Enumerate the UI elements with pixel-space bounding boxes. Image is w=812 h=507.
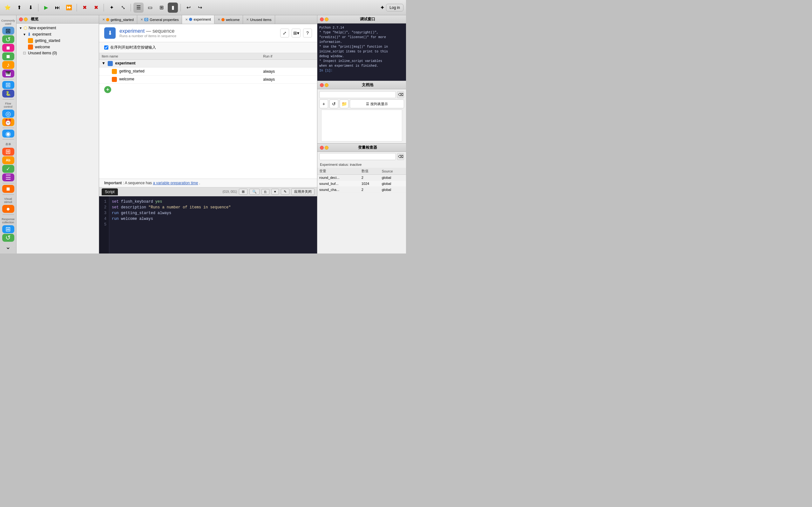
code-editor[interactable]: set flush_keyboard yes set description "… bbox=[109, 196, 317, 253]
script-view-btn[interactable]: ⊞ bbox=[239, 189, 247, 195]
sidebar-icon-resp2[interactable]: ↺ bbox=[2, 234, 14, 242]
doc-search-input[interactable] bbox=[319, 91, 396, 98]
sidebar-icon-grid2[interactable]: ⊞ bbox=[2, 81, 14, 89]
var-cell-value-1: 1024 bbox=[360, 181, 380, 187]
toolbar-btn-run[interactable]: ▶ bbox=[41, 3, 51, 13]
sidebar-icon-pink[interactable]: ■ bbox=[2, 44, 14, 52]
toolbar-btn-view2[interactable]: ▭ bbox=[145, 3, 155, 13]
sidebar-icon-flow2[interactable]: ⏰ bbox=[2, 118, 14, 126]
row-name-experiment: experiment bbox=[115, 61, 136, 65]
table-cell-getting-started-label[interactable]: getting_started bbox=[99, 68, 260, 75]
add-item-button[interactable]: + bbox=[104, 86, 111, 93]
tab-unused-items[interactable]: ✕ Unused items bbox=[243, 15, 275, 24]
sidebar-icon-orange[interactable]: ■ bbox=[2, 185, 14, 193]
tab-close-experiment[interactable]: ✕ bbox=[185, 18, 188, 21]
doc-close-yellow[interactable] bbox=[325, 83, 329, 87]
toolbar-btn-grid[interactable]: ⊞ bbox=[156, 3, 167, 13]
var-search-clear-btn[interactable]: ⌫ bbox=[397, 153, 404, 160]
seq-view-btn[interactable]: ⊞▾ bbox=[292, 29, 300, 38]
sidebar-icon-flow3[interactable]: ◉ bbox=[2, 130, 14, 137]
script-edit-btn[interactable]: ✎ bbox=[281, 189, 289, 195]
seq-fullscreen-btn[interactable]: ⤢ bbox=[280, 29, 289, 38]
tab-experiment[interactable]: ✕ experiment bbox=[182, 15, 214, 24]
tree-item-welcome[interactable]: welcome bbox=[18, 44, 98, 50]
sidebar-icon-table[interactable]: ⊞ bbox=[2, 27, 14, 35]
sidebar-icon-music[interactable]: ♪ bbox=[2, 61, 14, 69]
tabs-bar: ✕ getting_started ✕ 0 General properties… bbox=[99, 15, 317, 24]
toolbar-btn-view1[interactable]: ☰ bbox=[133, 3, 143, 13]
var-col-value: 数值 bbox=[360, 168, 380, 175]
tab-getting-started[interactable]: ✕ getting_started bbox=[99, 15, 137, 24]
toolbar-btn-undo[interactable]: ↩ bbox=[183, 3, 193, 13]
script-copy-btn[interactable]: ⎘ bbox=[262, 189, 270, 195]
overview-close-red[interactable] bbox=[19, 17, 23, 21]
sidebar-icon-check[interactable]: ✓ bbox=[2, 165, 14, 173]
table-cell-experiment-label[interactable]: ▼ experiment bbox=[99, 60, 260, 68]
doc-folder-btn[interactable]: 📁 bbox=[340, 100, 348, 108]
overview-panel: 概览 ▼ ⬡ New experiment ▼ ⬇ experiment get… bbox=[16, 15, 99, 253]
doc-list-label: 按列表显示 bbox=[370, 102, 388, 106]
doc-close-red[interactable] bbox=[320, 83, 324, 87]
sidebar-icon-vis1[interactable]: ● bbox=[2, 205, 14, 213]
toolbar-btn-star2[interactable]: ✦ bbox=[106, 3, 117, 13]
sidebar-icon-loop[interactable]: ↺ bbox=[2, 35, 14, 43]
seq-help-btn[interactable]: ? bbox=[303, 29, 312, 38]
table-cell-getting-started-runif[interactable]: always bbox=[260, 68, 317, 75]
script-dropdown-btn[interactable]: ▾ bbox=[271, 189, 279, 195]
script-apply-close-btn[interactable]: 应用并关闭 bbox=[291, 188, 314, 195]
tree-item-getting-started[interactable]: getting_started bbox=[18, 38, 98, 44]
toolbar-btn-terminal[interactable]: ▮ bbox=[168, 3, 178, 13]
toolbar-btn-redo[interactable]: ↪ bbox=[195, 3, 205, 13]
table-cell-welcome-runif[interactable]: always bbox=[260, 75, 317, 83]
sidebar-icon-flow1[interactable]: ◎ bbox=[2, 110, 14, 118]
toolbar-btn-minimize[interactable]: ⤡ bbox=[118, 3, 128, 13]
seq-title: experiment — sequence Runs a number of i… bbox=[119, 28, 280, 38]
table-cell-welcome-label[interactable]: welcome bbox=[99, 75, 260, 83]
sidebar-icon-resp1[interactable]: ⊞ bbox=[2, 225, 14, 233]
toolbar-btn-down[interactable]: ⬇ bbox=[25, 3, 36, 13]
login-button[interactable]: Log in bbox=[386, 4, 403, 11]
tab-close-welcome[interactable]: ✕ bbox=[218, 18, 220, 21]
tree-item-root[interactable]: ▼ ⬡ New experiment bbox=[18, 25, 98, 31]
debug-close-red[interactable] bbox=[320, 17, 324, 21]
tree-item-experiment[interactable]: ▼ ⬇ experiment bbox=[18, 31, 98, 38]
var-close-red[interactable] bbox=[320, 146, 324, 150]
tree-item-unused-items[interactable]: ⊡ Unused items (0) bbox=[18, 50, 98, 56]
var-close-yellow[interactable] bbox=[325, 146, 329, 150]
tab-close-unused[interactable]: ✕ bbox=[246, 18, 249, 21]
sidebar-icon-form2[interactable]: Ab bbox=[2, 156, 14, 164]
debug-version: Python 2.7.14 bbox=[319, 25, 404, 30]
overview-close-yellow[interactable] bbox=[24, 17, 27, 21]
tab-close-general[interactable]: ✕ bbox=[140, 18, 143, 21]
sidebar-icon-list[interactable]: ☰ bbox=[2, 173, 14, 181]
seq-separator: — bbox=[146, 28, 153, 34]
toolbar-btn-run-next[interactable]: ⏭ bbox=[52, 3, 63, 13]
doc-refresh-btn[interactable]: ↺ bbox=[330, 100, 338, 108]
script-search-btn[interactable]: 🔍 bbox=[249, 189, 259, 195]
section-label-form: 表单 bbox=[0, 141, 16, 147]
toolbar-btn-stop[interactable]: ✖ bbox=[79, 3, 90, 13]
toolbar-btn-kill[interactable]: ✖ bbox=[91, 3, 101, 13]
tab-close-getting-started[interactable]: ✕ bbox=[102, 18, 105, 21]
sidebar-more-btn[interactable]: ⌄ bbox=[2, 243, 14, 251]
important-link[interactable]: a variable preparation time bbox=[153, 181, 198, 185]
doc-add-btn[interactable]: + bbox=[319, 100, 328, 108]
debug-close-yellow[interactable] bbox=[325, 17, 329, 21]
debug-console[interactable]: Python 2.7.14 * Type "help()", "copyrigh… bbox=[317, 23, 406, 81]
doc-search-clear-btn[interactable]: ⌫ bbox=[397, 91, 404, 98]
tab-welcome[interactable]: ✕ welcome bbox=[215, 15, 243, 24]
toolbar-btn-up[interactable]: ⬆ bbox=[14, 3, 24, 13]
flush-keyboard-checkbox[interactable] bbox=[104, 45, 108, 50]
toolbar-btn-run-fast[interactable]: ⏩ bbox=[64, 3, 74, 13]
toolbar-btn-star[interactable]: ⭐ bbox=[3, 3, 13, 13]
sidebar-icon-piano[interactable]: 🎹 bbox=[2, 69, 14, 77]
sidebar-icon-green[interactable]: ■ bbox=[2, 52, 14, 60]
sidebar-icon-form1[interactable]: ⊞ bbox=[2, 148, 14, 156]
tab-general-props[interactable]: ✕ 0 General properties bbox=[137, 15, 182, 24]
var-search-input[interactable] bbox=[319, 153, 396, 160]
sidebar-icon-python[interactable]: 🐍 bbox=[2, 90, 14, 98]
doc-list-view-btn[interactable]: ☰ 按列表显示 bbox=[350, 100, 404, 108]
script-tab-script[interactable]: Script bbox=[102, 188, 118, 195]
flush-keyboard-row: 在序列开始时清空按键输入 bbox=[104, 45, 312, 50]
code-line-3: run getting_started always bbox=[112, 210, 314, 216]
